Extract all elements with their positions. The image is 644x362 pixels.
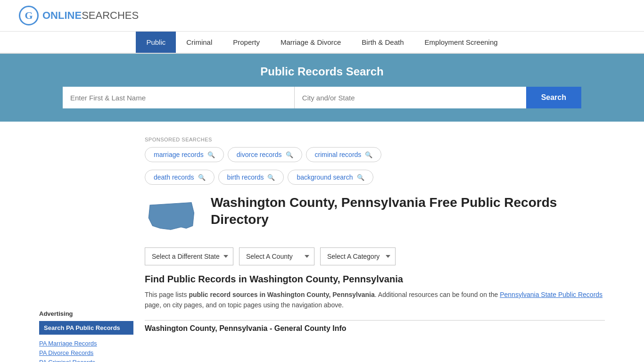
name-input[interactable] (63, 87, 295, 108)
search-icon: 🔍 (357, 174, 364, 181)
page-title: Washington County, Pennsylvania Free Pub… (211, 194, 605, 229)
search-tags: marriage records 🔍 divorce records 🔍 cri… (145, 147, 605, 162)
find-desc-text2: . Additional resources can be found on t… (375, 291, 500, 298)
tag-background[interactable]: background search 🔍 (288, 170, 373, 185)
find-desc-text3: page, on city pages, and on topic pages … (145, 301, 344, 309)
find-description: This page lists public record sources in… (145, 289, 605, 311)
search-icon: 🔍 (267, 174, 275, 181)
sidebar-links: PA Marriage Records PA Divorce Records P… (39, 339, 133, 362)
nav: Public Criminal Property Marriage & Divo… (0, 32, 644, 54)
tag-birth[interactable]: birth records 🔍 (218, 170, 284, 185)
heading-text: Washington County, Pennsylvania Free Pub… (211, 194, 605, 229)
search-tags-row2: death records 🔍 birth records 🔍 backgrou… (145, 170, 605, 185)
tag-divorce[interactable]: divorce records 🔍 (228, 147, 302, 162)
tag-label: birth records (227, 173, 264, 181)
county-dropdown[interactable]: Select A County (239, 247, 314, 265)
logo-g-icon: G (25, 9, 33, 22)
tag-label: divorce records (237, 151, 282, 158)
logo-circle: G (19, 6, 39, 25)
find-desc-text1: This page lists (145, 291, 189, 298)
dropdowns: Select a Different State Select A County… (145, 247, 605, 265)
main-wrapper: Advertising Search PA Public Records PA … (30, 122, 614, 362)
tag-label: background search (297, 173, 353, 181)
search-pa-button[interactable]: Search PA Public Records (39, 321, 133, 335)
tag-label: marriage records (154, 151, 204, 158)
section-subtitle: Washington County, Pennsylvania - Genera… (145, 324, 605, 333)
search-icon: 🔍 (198, 174, 206, 181)
nav-item-criminal[interactable]: Criminal (176, 32, 223, 53)
tag-label: death records (154, 173, 194, 181)
state-map (145, 194, 201, 238)
header: G ONLINE SEARCHES (0, 0, 644, 32)
search-icon: 🔍 (365, 151, 372, 158)
nav-item-employment[interactable]: Employment Screening (414, 32, 508, 53)
state-dropdown[interactable]: Select a Different State (145, 247, 233, 265)
pa-marriage-link[interactable]: PA Marriage Records (39, 340, 97, 347)
tag-label: criminal records (315, 151, 362, 158)
find-title: Find Public Records in Washington County… (145, 274, 605, 285)
sponsored-label: SPONSORED SEARCHES (145, 137, 605, 142)
hero-title: Public Records Search (19, 65, 625, 78)
tag-marriage[interactable]: marriage records 🔍 (145, 147, 224, 162)
sidebar: Advertising Search PA Public Records PA … (39, 122, 133, 362)
nav-item-marriage-divorce[interactable]: Marriage & Divorce (270, 32, 351, 53)
search-bar: Search (63, 87, 581, 108)
nav-item-property[interactable]: Property (223, 32, 270, 53)
logo-searches: SEARCHES (82, 9, 139, 22)
search-icon: 🔍 (207, 151, 215, 158)
hero-section: Public Records Search Search (0, 54, 644, 122)
search-icon: 🔍 (286, 151, 293, 158)
pa-divorce-link[interactable]: PA Divorce Records (39, 349, 93, 356)
list-item: PA Divorce Records (39, 349, 133, 356)
find-desc-bold: public record sources in Washington Coun… (189, 291, 374, 298)
nav-item-public[interactable]: Public (136, 32, 176, 53)
tag-criminal[interactable]: criminal records 🔍 (306, 147, 382, 162)
list-item: PA Marriage Records (39, 339, 133, 347)
nav-item-birth-death[interactable]: Birth & Death (351, 32, 414, 53)
main-content: SPONSORED SEARCHES marriage records 🔍 di… (133, 122, 605, 362)
pa-records-link[interactable]: Pennsylvania State Public Records (500, 291, 603, 298)
logo: G ONLINE SEARCHES (19, 6, 139, 25)
list-item: PA Criminal Records (39, 358, 133, 362)
search-button[interactable]: Search (526, 87, 581, 108)
svg-marker-0 (149, 203, 194, 230)
pennsylvania-map-icon (145, 194, 197, 237)
advertising-label: Advertising (39, 310, 133, 317)
tag-death[interactable]: death records 🔍 (145, 170, 215, 185)
logo-text: ONLINE SEARCHES (42, 9, 139, 22)
page-heading: Washington County, Pennsylvania Free Pub… (145, 194, 605, 238)
logo-online: ONLINE (42, 9, 82, 22)
section-divider (145, 320, 605, 321)
pa-criminal-link[interactable]: PA Criminal Records (39, 359, 95, 362)
category-dropdown[interactable]: Select A Category (320, 247, 396, 265)
location-input[interactable] (295, 87, 526, 108)
